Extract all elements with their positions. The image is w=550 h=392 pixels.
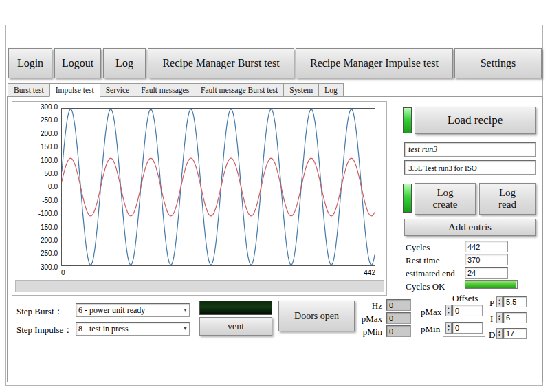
pmin-readout-label: pMin [355, 327, 382, 338]
tab-burst-test[interactable]: Burst test [8, 83, 50, 96]
spinner-down-icon[interactable]: ▼ [447, 311, 450, 314]
tab-system[interactable]: System [283, 83, 319, 96]
p-gain-field[interactable]: 5.5 [503, 296, 527, 307]
recipe-manager-impulse-button[interactable]: Recipe Manager Impulse test [296, 48, 453, 78]
login-button[interactable]: Login [8, 48, 52, 78]
log-label: Log [116, 57, 133, 69]
y-tick-label: 200.0 [41, 130, 58, 138]
y-tick-label: 300.0 [41, 103, 58, 111]
recipe-description-field[interactable]: 3.5L Test run3 for ISO [404, 160, 536, 175]
y-tick-label: -300.0 [38, 263, 58, 271]
i-gain-spinner[interactable]: ▲▼ [496, 312, 503, 323]
d-gain-spinner[interactable]: ▲▼ [496, 328, 503, 339]
x-tick-label: 0 [61, 269, 65, 276]
y-tick-label: 250.0 [41, 116, 58, 124]
recipe-manager-burst-label: Recipe Manager Burst test [162, 57, 279, 69]
cycles-value: 442 [468, 243, 480, 251]
log-button[interactable]: Log [103, 48, 146, 78]
chart-scrollbar[interactable] [15, 280, 384, 292]
load-recipe-button[interactable]: Load recipe [415, 107, 536, 134]
vent-button[interactable]: vent [199, 317, 272, 336]
p-gain-spinner[interactable]: ▲▼ [496, 296, 503, 307]
waveform-chart: 300.0250.0200.0150.0100.050.00.0-50.0-10… [12, 101, 387, 296]
vent-label: vent [228, 321, 244, 332]
p-gain-label: P [490, 298, 494, 309]
y-tick-label: -250.0 [38, 250, 58, 257]
estimated-end-field[interactable]: 24 [465, 267, 508, 279]
pmin-readout-value: 0 [389, 327, 393, 336]
pmax-readout-label: pMax [355, 314, 382, 325]
spinner-down-icon[interactable]: ▼ [447, 328, 450, 331]
d-gain-field[interactable]: 17 [503, 328, 527, 339]
pmin-readout-field: 0 [386, 325, 411, 337]
spinner-down-icon[interactable]: ▼ [498, 318, 501, 321]
i-gain-label: I [490, 314, 493, 325]
estimated-end-value: 24 [468, 269, 476, 277]
tab-log[interactable]: Log [318, 83, 344, 96]
step-impulse-label: Step Impulse： [16, 324, 72, 336]
estimated-end-label: estimated end [406, 268, 455, 279]
spinner-up-icon[interactable]: ▲ [447, 324, 450, 327]
add-entries-label: Add entris [448, 221, 492, 233]
d-gain-value: 17 [506, 329, 514, 338]
i-gain-value: 6 [506, 314, 510, 322]
tab-fault-messages[interactable]: Fault messages [135, 83, 195, 96]
doors-open-button[interactable]: Doors open [278, 301, 355, 331]
sine-waves [62, 109, 375, 265]
offset-pmax-label: pMax [421, 307, 441, 318]
log-create-led [403, 184, 412, 213]
hmi-window: Login Logout Log Recipe Manager Burst te… [0, 0, 550, 392]
step-impulse-dropdown[interactable]: 8 - test in press ▼ [76, 322, 190, 336]
add-entries-button[interactable]: Add entris [404, 219, 536, 236]
step-burst-value: 6 - power unit ready [78, 305, 183, 316]
rest-time-label: Rest time [406, 255, 439, 266]
offset-pmin-spinner[interactable]: ▲▼ [446, 322, 452, 334]
chart-y-axis: 300.0250.0200.0150.0100.050.00.0-50.0-10… [14, 103, 58, 271]
impulse-pressure-actual-wave [62, 109, 375, 265]
p-gain-value: 5.5 [506, 298, 516, 306]
y-tick-label: 100.0 [41, 157, 58, 164]
log-create-label: Log create [425, 187, 465, 211]
tab-service[interactable]: Service [100, 83, 135, 96]
chart-x-axis: 0442 [61, 269, 375, 276]
spinner-down-icon[interactable]: ▼ [498, 302, 501, 305]
tab-impulse-test[interactable]: Impulse test [50, 83, 100, 97]
i-gain-field[interactable]: 6 [503, 312, 527, 323]
chevron-down-icon[interactable]: ▼ [183, 307, 189, 313]
y-tick-label: 50.0 [45, 170, 58, 177]
spinner-down-icon[interactable]: ▼ [498, 334, 501, 337]
load-recipe-label: Load recipe [448, 113, 503, 127]
step-burst-label: Step Burst： [16, 305, 63, 318]
tab-bar: Burst testImpulse testServiceFault messa… [8, 83, 344, 98]
chart-plot-area [61, 108, 375, 266]
hz-label: Hz [355, 301, 382, 312]
hz-value: 0 [389, 301, 393, 309]
cycles-field[interactable]: 442 [465, 241, 508, 252]
y-tick-label: 0.0 [48, 183, 58, 190]
tab-fault-message-burst[interactable]: Fault message Burst test [195, 83, 284, 96]
step-impulse-value: 8 - test in press [78, 324, 183, 334]
offset-pmin-field[interactable]: 0 [452, 322, 483, 334]
log-create-button[interactable]: Log create [415, 183, 476, 215]
d-gain-label: D [489, 329, 495, 340]
recipe-manager-burst-button[interactable]: Recipe Manager Burst test [148, 48, 294, 78]
y-tick-label: -100.0 [38, 210, 58, 217]
chevron-down-icon[interactable]: ▼ [183, 326, 189, 331]
recipe-manager-impulse-label: Recipe Manager Impulse test [310, 57, 439, 69]
logout-button[interactable]: Logout [54, 48, 101, 78]
spinner-up-icon[interactable]: ▲ [447, 307, 450, 310]
rest-time-field[interactable]: 370 [465, 254, 508, 265]
recipe-name-field[interactable]: test run3 [404, 142, 536, 157]
offset-pmax-field[interactable]: 0 [452, 305, 483, 316]
offset-pmax-value: 0 [455, 307, 459, 315]
y-tick-label: -200.0 [38, 237, 58, 244]
step-burst-dropdown[interactable]: 6 - power unit ready ▼ [76, 303, 190, 317]
cycles-ok-progress-fill [465, 281, 516, 288]
log-read-button[interactable]: Log read [479, 183, 536, 215]
y-tick-label: -50.0 [42, 197, 58, 204]
pmax-readout-field: 0 [386, 312, 411, 324]
settings-button[interactable]: Settings [454, 48, 542, 78]
offset-pmax-spinner[interactable]: ▲▼ [446, 305, 452, 316]
log-read-label: Log read [490, 187, 525, 211]
recipe-description-value: 3.5L Test run3 for ISO [408, 164, 477, 172]
